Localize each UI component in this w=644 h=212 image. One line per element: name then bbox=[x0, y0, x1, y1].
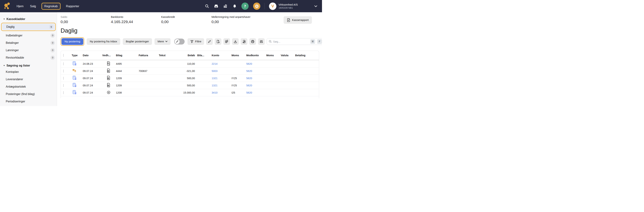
konto-link[interactable]: 1321 bbox=[212, 77, 218, 80]
sidebar-item-anlaegskartotek[interactable]: Anlægskartotek bbox=[0, 83, 57, 90]
sidebar-section-kassekladder[interactable]: ▼ Kassekladder bbox=[0, 16, 57, 22]
search-icon bbox=[269, 40, 272, 43]
new-posting-button[interactable]: Ny postering bbox=[62, 38, 83, 45]
sidebar-item-leverandorer[interactable]: Leverandører bbox=[0, 76, 57, 83]
modkonto-link[interactable]: 5820 bbox=[246, 91, 252, 94]
row-checkbox[interactable] bbox=[63, 91, 64, 94]
sidebar-item-daglig[interactable]: Daglig 9 bbox=[2, 24, 55, 30]
notifications-bell-icon[interactable] bbox=[232, 4, 237, 8]
cell-moms: I25 bbox=[230, 91, 246, 94]
nav-item-salg[interactable]: Salg bbox=[30, 4, 36, 8]
stat-saldo: Saldo 0,00 bbox=[60, 16, 111, 24]
more-button[interactable]: Mere bbox=[154, 38, 170, 45]
post-entries-button[interactable]: Bogfør posteringer bbox=[123, 38, 152, 45]
modkonto-link[interactable]: 5820 bbox=[246, 70, 252, 72]
help-button[interactable]: ? bbox=[242, 2, 248, 10]
kasserapport-button[interactable]: $ Kasserapport bbox=[284, 16, 312, 24]
attachment-status-icon[interactable] bbox=[106, 83, 110, 88]
attachments-button[interactable] bbox=[224, 38, 230, 45]
column-header-konto[interactable]: Konto bbox=[210, 54, 230, 57]
count-badge: 0 bbox=[50, 33, 55, 38]
row-checkbox[interactable] bbox=[63, 70, 64, 72]
konto-link[interactable]: 5003 bbox=[212, 70, 218, 72]
stat-value: 4.165.229,44 bbox=[111, 20, 161, 24]
sidebar-item-revisorkladde[interactable]: Revisorkladde 0 bbox=[0, 54, 57, 61]
column-header-modkonto[interactable]: Modkonto bbox=[246, 54, 265, 57]
stat-value: 0,00 bbox=[161, 20, 212, 24]
column-header-belob[interactable]: Beløb bbox=[173, 54, 196, 57]
search-icon[interactable] bbox=[205, 4, 209, 8]
sidebar-item-betalinger[interactable]: Betalinger 0 bbox=[0, 39, 57, 46]
table-row[interactable]: 09.07.24 1208 15.000,00 3410 I25 5820 bbox=[61, 89, 319, 96]
table-row[interactable]: 09.07.24 4444 700837 -321,00 5003 5820 bbox=[61, 68, 319, 75]
account-menu[interactable]: V Virksomhed A/S 1605339 NB1 bbox=[269, 2, 317, 10]
new-document-button[interactable] bbox=[215, 38, 222, 45]
modkonto-link[interactable]: 5820 bbox=[246, 84, 252, 87]
export-document-button[interactable] bbox=[241, 38, 247, 45]
select-all-checkbox[interactable] bbox=[63, 54, 64, 57]
sidebar-item-lonninger[interactable]: Lønninger 0 bbox=[0, 46, 57, 54]
column-header-faktura[interactable]: Faktura bbox=[138, 54, 158, 57]
inbox-icon[interactable] bbox=[214, 4, 218, 8]
nav-item-hjem[interactable]: Hjem bbox=[16, 4, 24, 8]
attachment-status-icon[interactable] bbox=[106, 90, 111, 95]
settings-button[interactable] bbox=[253, 2, 260, 10]
attachment-status-icon[interactable] bbox=[106, 76, 110, 80]
edit-mode-toggle[interactable] bbox=[174, 38, 184, 44]
paperclip-sparkle-icon bbox=[225, 40, 228, 43]
column-header-betaling[interactable]: Betaling bbox=[294, 54, 319, 57]
sidebar-item-label: Leverandører bbox=[6, 78, 55, 81]
attachment-status-icon[interactable] bbox=[106, 61, 110, 66]
svg-text:$: $ bbox=[288, 19, 289, 21]
konto-link[interactable]: 1321 bbox=[212, 84, 218, 87]
apps-grid-icon[interactable] bbox=[223, 4, 228, 8]
column-settings-button[interactable] bbox=[258, 38, 265, 45]
konto-link[interactable]: 3410 bbox=[212, 91, 218, 94]
page-title: Daglig bbox=[60, 27, 319, 34]
modkonto-link[interactable]: 5820 bbox=[246, 77, 252, 80]
column-header-tekst[interactable]: Tekst bbox=[158, 54, 173, 57]
tray-arrow-down-icon bbox=[234, 40, 237, 43]
sidebar-item-indbetalinger[interactable]: Indbetalinger 0 bbox=[0, 32, 57, 39]
nav-item-regnskab[interactable]: Regnskab bbox=[44, 4, 58, 8]
annotation-highlight-regnskab: Regnskab bbox=[42, 3, 60, 10]
sidebar-item-kontoplan[interactable]: Kontoplan bbox=[0, 68, 57, 76]
nav-item-rapporter[interactable]: Rapporter bbox=[66, 4, 79, 8]
cell-dato: 24.08.23 bbox=[81, 62, 102, 65]
filters-button[interactable]: Filtre bbox=[188, 38, 204, 45]
row-checkbox[interactable] bbox=[63, 62, 64, 65]
stat-value: 0,00 bbox=[212, 20, 262, 24]
sidebar-item-posteringer-find-bilag[interactable]: Posteringer (find bilag) bbox=[0, 90, 57, 98]
cell-dato: 09.07.24 bbox=[81, 70, 102, 72]
modkonto-link[interactable]: 5820 bbox=[246, 62, 252, 65]
konto-link[interactable]: 2214 bbox=[212, 62, 218, 65]
column-header-bila[interactable]: Bila... bbox=[196, 54, 210, 57]
new-posting-from-inbox-button[interactable]: Ny postering fra Inbox bbox=[87, 38, 120, 45]
column-header-bilag[interactable]: Bilag bbox=[115, 54, 138, 57]
table-row[interactable]: 24.08.23 4495 110,00 2214 5820 bbox=[61, 60, 319, 68]
sidebar-section-sogning-og-lister[interactable]: ▼ Søgning og lister bbox=[0, 63, 57, 68]
row-checkbox[interactable] bbox=[63, 84, 64, 87]
column-header-moms[interactable]: Moms bbox=[230, 54, 246, 57]
column-header-moms2[interactable]: Moms bbox=[265, 54, 279, 57]
table-row[interactable]: 09.07.24 1209 500,00 1321 IY25 5820 bbox=[61, 82, 319, 89]
stat-label: Bankkonto bbox=[111, 16, 161, 18]
posting-type-icon bbox=[72, 61, 77, 66]
table-row[interactable]: 09.07.24 1209 500,00 1321 IY25 5820 bbox=[61, 75, 319, 82]
search-input[interactable] bbox=[273, 40, 309, 43]
column-header-vedh[interactable]: Vedh... bbox=[102, 54, 115, 57]
cell-belob: 15.000,00 bbox=[173, 91, 196, 94]
row-checkbox[interactable] bbox=[63, 77, 64, 80]
download-button[interactable] bbox=[232, 38, 239, 45]
attachment-status-icon[interactable] bbox=[106, 68, 110, 73]
print-button[interactable] bbox=[249, 38, 256, 45]
kpi-row: Saldo 0,00 Bankkonto 4.165.229,44 Kassek… bbox=[60, 16, 319, 24]
question-mark-icon: ? bbox=[244, 4, 246, 8]
column-header-dato[interactable]: Dato bbox=[81, 54, 102, 57]
app-logo-icon[interactable] bbox=[4, 2, 10, 10]
cell-bilag: 1209 bbox=[115, 84, 138, 87]
sidebar-item-periodiseringer[interactable]: Periodiseringer bbox=[0, 98, 57, 105]
collapse-rows-button[interactable] bbox=[206, 38, 213, 45]
column-header-valuta[interactable]: Valuta bbox=[279, 54, 294, 57]
column-header-type[interactable]: Type bbox=[68, 54, 81, 57]
